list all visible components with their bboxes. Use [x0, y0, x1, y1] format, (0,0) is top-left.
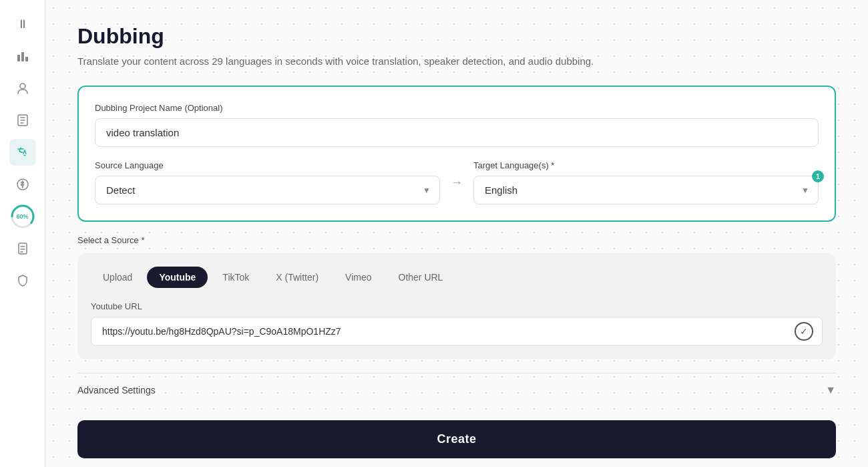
document-icon[interactable]: [9, 235, 36, 262]
tab-upload[interactable]: Upload: [91, 267, 144, 288]
tab-vimeo[interactable]: Vimeo: [333, 267, 383, 288]
form-card: Dubbing Project Name (Optional) Source L…: [77, 86, 836, 222]
source-language-select[interactable]: Detect English Spanish French German Chi…: [95, 176, 440, 204]
tab-youtube[interactable]: Youtube: [147, 267, 208, 288]
language-arrow-icon: →: [451, 176, 463, 190]
source-language-select-wrapper: Detect English Spanish French German Chi…: [95, 176, 440, 204]
url-check-icon: ✓: [795, 322, 813, 341]
book-icon[interactable]: [9, 107, 36, 134]
sidebar: ⏸ 60%: [0, 0, 45, 467]
pause-icon[interactable]: ⏸: [9, 11, 36, 37]
page-title: Dubbing: [77, 24, 836, 49]
youtube-url-input[interactable]: [91, 317, 823, 346]
url-input-wrapper: ✓: [91, 317, 823, 346]
source-card: Upload Youtube TikTok X (Twitter) Vimeo …: [77, 253, 836, 359]
progress-icon: 60%: [9, 203, 36, 230]
svg-point-3: [20, 84, 25, 89]
advanced-settings-row[interactable]: Advanced Settings ▼: [77, 373, 836, 407]
analytics-icon[interactable]: [9, 43, 36, 69]
source-language-label: Source Language: [95, 160, 440, 170]
project-name-field: Dubbing Project Name (Optional): [95, 103, 819, 160]
advanced-chevron-icon: ▼: [825, 384, 836, 396]
progress-text: 60%: [16, 213, 28, 220]
url-label: Youtube URL: [91, 301, 823, 311]
project-name-input[interactable]: [95, 118, 819, 147]
project-name-label: Dubbing Project Name (Optional): [95, 103, 819, 113]
svg-rect-0: [17, 55, 20, 61]
source-section: Select a Source * Upload Youtube TikTok …: [77, 235, 836, 359]
shield-icon[interactable]: [9, 267, 36, 294]
source-tabs: Upload Youtube TikTok X (Twitter) Vimeo …: [91, 267, 823, 288]
user-icon[interactable]: [9, 75, 36, 102]
target-language-label: Target Language(s) *: [473, 160, 819, 170]
tab-other-url[interactable]: Other URL: [387, 267, 455, 288]
advanced-label: Advanced Settings: [77, 385, 156, 396]
dollar-icon[interactable]: [9, 171, 36, 198]
page-subtitle: Translate your content across 29 languag…: [77, 55, 836, 67]
target-language-group: Target Language(s) * English Spanish Fre…: [473, 160, 819, 204]
svg-rect-2: [25, 57, 28, 61]
source-label: Select a Source *: [77, 235, 836, 245]
language-row: Source Language Detect English Spanish F…: [95, 160, 819, 204]
svg-rect-1: [21, 52, 24, 61]
main-content: Dubbing Translate your content across 29…: [45, 0, 868, 467]
translate-icon[interactable]: [9, 139, 36, 166]
tab-tiktok[interactable]: TikTok: [210, 267, 261, 288]
create-button[interactable]: Create: [77, 420, 836, 458]
target-language-select-wrapper: English Spanish French German Chinese Ja…: [473, 176, 819, 204]
target-language-select[interactable]: English Spanish French German Chinese Ja…: [473, 176, 819, 204]
tab-twitter[interactable]: X (Twitter): [264, 267, 331, 288]
source-language-group: Source Language Detect English Spanish F…: [95, 160, 440, 204]
target-count-badge: 1: [812, 170, 824, 182]
